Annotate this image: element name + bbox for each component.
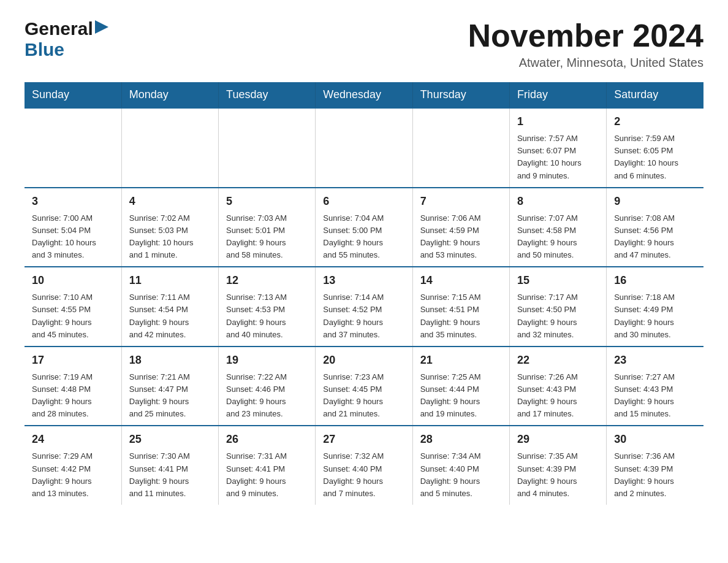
calendar-cell: 14Sunrise: 7:15 AM Sunset: 4:51 PM Dayli… — [412, 267, 509, 347]
calendar-cell — [412, 108, 509, 188]
calendar-week-row: 1Sunrise: 7:57 AM Sunset: 6:07 PM Daylig… — [25, 108, 703, 188]
calendar-cell: 28Sunrise: 7:34 AM Sunset: 4:40 PM Dayli… — [412, 426, 509, 505]
day-info: Sunrise: 7:10 AM Sunset: 4:55 PM Dayligh… — [32, 291, 114, 341]
day-info: Sunrise: 7:27 AM Sunset: 4:43 PM Dayligh… — [614, 371, 696, 421]
calendar-cell: 10Sunrise: 7:10 AM Sunset: 4:55 PM Dayli… — [25, 267, 121, 347]
calendar-cell — [219, 108, 316, 188]
month-title: November 2024 — [468, 18, 703, 53]
day-number: 12 — [226, 272, 308, 289]
day-number: 14 — [420, 272, 502, 289]
calendar-cell: 27Sunrise: 7:32 AM Sunset: 4:40 PM Dayli… — [316, 426, 412, 505]
weekday-header-thursday: Thursday — [412, 82, 509, 108]
day-number: 2 — [614, 113, 696, 130]
weekday-header-row: SundayMondayTuesdayWednesdayThursdayFrid… — [25, 82, 703, 108]
day-info: Sunrise: 7:29 AM Sunset: 4:42 PM Dayligh… — [32, 450, 114, 500]
calendar-cell: 11Sunrise: 7:11 AM Sunset: 4:54 PM Dayli… — [121, 267, 218, 347]
day-number: 15 — [517, 272, 599, 289]
day-number: 21 — [420, 352, 502, 369]
day-info: Sunrise: 7:21 AM Sunset: 4:47 PM Dayligh… — [129, 371, 211, 421]
calendar-cell: 23Sunrise: 7:27 AM Sunset: 4:43 PM Dayli… — [607, 347, 703, 426]
day-info: Sunrise: 7:22 AM Sunset: 4:46 PM Dayligh… — [226, 371, 308, 421]
day-info: Sunrise: 7:03 AM Sunset: 5:01 PM Dayligh… — [226, 212, 308, 262]
calendar-cell: 18Sunrise: 7:21 AM Sunset: 4:47 PM Dayli… — [121, 347, 218, 426]
day-info: Sunrise: 7:08 AM Sunset: 4:56 PM Dayligh… — [614, 212, 696, 262]
day-number: 13 — [323, 272, 404, 289]
calendar-cell — [316, 108, 412, 188]
calendar-table: SundayMondayTuesdayWednesdayThursdayFrid… — [25, 82, 703, 505]
title-section: November 2024 Atwater, Minnesota, United… — [468, 18, 703, 70]
day-info: Sunrise: 7:31 AM Sunset: 4:41 PM Dayligh… — [226, 450, 308, 500]
calendar-cell: 24Sunrise: 7:29 AM Sunset: 4:42 PM Dayli… — [25, 426, 121, 505]
calendar-week-row: 17Sunrise: 7:19 AM Sunset: 4:48 PM Dayli… — [25, 347, 703, 426]
calendar-cell: 26Sunrise: 7:31 AM Sunset: 4:41 PM Dayli… — [219, 426, 316, 505]
day-number: 6 — [323, 193, 404, 210]
calendar-cell: 12Sunrise: 7:13 AM Sunset: 4:53 PM Dayli… — [219, 267, 316, 347]
calendar-cell: 15Sunrise: 7:17 AM Sunset: 4:50 PM Dayli… — [509, 267, 606, 347]
day-info: Sunrise: 7:59 AM Sunset: 6:05 PM Dayligh… — [614, 132, 696, 182]
day-info: Sunrise: 7:36 AM Sunset: 4:39 PM Dayligh… — [614, 450, 696, 500]
calendar-cell: 4Sunrise: 7:02 AM Sunset: 5:03 PM Daylig… — [121, 188, 218, 267]
weekday-header-sunday: Sunday — [25, 82, 121, 108]
weekday-header-wednesday: Wednesday — [316, 82, 412, 108]
calendar-cell: 6Sunrise: 7:04 AM Sunset: 5:00 PM Daylig… — [316, 188, 412, 267]
calendar-week-row: 24Sunrise: 7:29 AM Sunset: 4:42 PM Dayli… — [25, 426, 703, 505]
calendar-cell: 19Sunrise: 7:22 AM Sunset: 4:46 PM Dayli… — [219, 347, 316, 426]
day-number: 5 — [226, 193, 308, 210]
calendar-body: 1Sunrise: 7:57 AM Sunset: 6:07 PM Daylig… — [25, 108, 703, 505]
calendar-cell: 21Sunrise: 7:25 AM Sunset: 4:44 PM Dayli… — [412, 347, 509, 426]
calendar-cell — [25, 108, 121, 188]
day-number: 26 — [226, 431, 308, 448]
day-info: Sunrise: 7:30 AM Sunset: 4:41 PM Dayligh… — [129, 450, 211, 500]
location-text: Atwater, Minnesota, United States — [468, 56, 703, 70]
day-number: 16 — [614, 272, 696, 289]
day-info: Sunrise: 7:34 AM Sunset: 4:40 PM Dayligh… — [420, 450, 502, 500]
day-number: 30 — [614, 431, 696, 448]
day-number: 1 — [517, 113, 599, 130]
calendar-cell: 29Sunrise: 7:35 AM Sunset: 4:39 PM Dayli… — [509, 426, 606, 505]
logo: General Blue — [25, 18, 108, 60]
calendar-header: SundayMondayTuesdayWednesdayThursdayFrid… — [25, 82, 703, 108]
calendar-week-row: 3Sunrise: 7:00 AM Sunset: 5:04 PM Daylig… — [25, 188, 703, 267]
day-number: 8 — [517, 193, 599, 210]
weekday-header-tuesday: Tuesday — [219, 82, 316, 108]
calendar-cell: 9Sunrise: 7:08 AM Sunset: 4:56 PM Daylig… — [607, 188, 703, 267]
day-info: Sunrise: 7:26 AM Sunset: 4:43 PM Dayligh… — [517, 371, 599, 421]
day-info: Sunrise: 7:35 AM Sunset: 4:39 PM Dayligh… — [517, 450, 599, 500]
calendar-cell: 30Sunrise: 7:36 AM Sunset: 4:39 PM Dayli… — [607, 426, 703, 505]
calendar-cell: 25Sunrise: 7:30 AM Sunset: 4:41 PM Dayli… — [121, 426, 218, 505]
day-number: 20 — [323, 352, 404, 369]
calendar-cell: 22Sunrise: 7:26 AM Sunset: 4:43 PM Dayli… — [509, 347, 606, 426]
day-info: Sunrise: 7:19 AM Sunset: 4:48 PM Dayligh… — [32, 371, 114, 421]
day-info: Sunrise: 7:17 AM Sunset: 4:50 PM Dayligh… — [517, 291, 599, 341]
calendar-cell: 20Sunrise: 7:23 AM Sunset: 4:45 PM Dayli… — [316, 347, 412, 426]
calendar-week-row: 10Sunrise: 7:10 AM Sunset: 4:55 PM Dayli… — [25, 267, 703, 347]
day-info: Sunrise: 7:02 AM Sunset: 5:03 PM Dayligh… — [129, 212, 211, 262]
calendar-cell — [121, 108, 218, 188]
day-info: Sunrise: 7:00 AM Sunset: 5:04 PM Dayligh… — [32, 212, 114, 262]
day-number: 17 — [32, 352, 114, 369]
day-number: 11 — [129, 272, 211, 289]
day-number: 4 — [129, 193, 211, 210]
day-info: Sunrise: 7:18 AM Sunset: 4:49 PM Dayligh… — [614, 291, 696, 341]
day-number: 19 — [226, 352, 308, 369]
day-info: Sunrise: 7:23 AM Sunset: 4:45 PM Dayligh… — [323, 371, 404, 421]
logo-blue-text: Blue — [25, 39, 64, 60]
weekday-header-friday: Friday — [509, 82, 606, 108]
day-number: 27 — [323, 431, 404, 448]
day-info: Sunrise: 7:11 AM Sunset: 4:54 PM Dayligh… — [129, 291, 211, 341]
day-info: Sunrise: 7:32 AM Sunset: 4:40 PM Dayligh… — [323, 450, 404, 500]
day-number: 29 — [517, 431, 599, 448]
calendar-cell: 8Sunrise: 7:07 AM Sunset: 4:58 PM Daylig… — [509, 188, 606, 267]
calendar-cell: 13Sunrise: 7:14 AM Sunset: 4:52 PM Dayli… — [316, 267, 412, 347]
day-number: 24 — [32, 431, 114, 448]
logo-triangle-icon — [95, 20, 108, 34]
calendar-cell: 2Sunrise: 7:59 AM Sunset: 6:05 PM Daylig… — [607, 108, 703, 188]
page-header: General Blue November 2024 Atwater, Minn… — [25, 18, 703, 70]
day-number: 10 — [32, 272, 114, 289]
day-number: 3 — [32, 193, 114, 210]
calendar-cell: 7Sunrise: 7:06 AM Sunset: 4:59 PM Daylig… — [412, 188, 509, 267]
day-info: Sunrise: 7:25 AM Sunset: 4:44 PM Dayligh… — [420, 371, 502, 421]
calendar-cell: 17Sunrise: 7:19 AM Sunset: 4:48 PM Dayli… — [25, 347, 121, 426]
day-number: 18 — [129, 352, 211, 369]
day-info: Sunrise: 7:57 AM Sunset: 6:07 PM Dayligh… — [517, 132, 599, 182]
